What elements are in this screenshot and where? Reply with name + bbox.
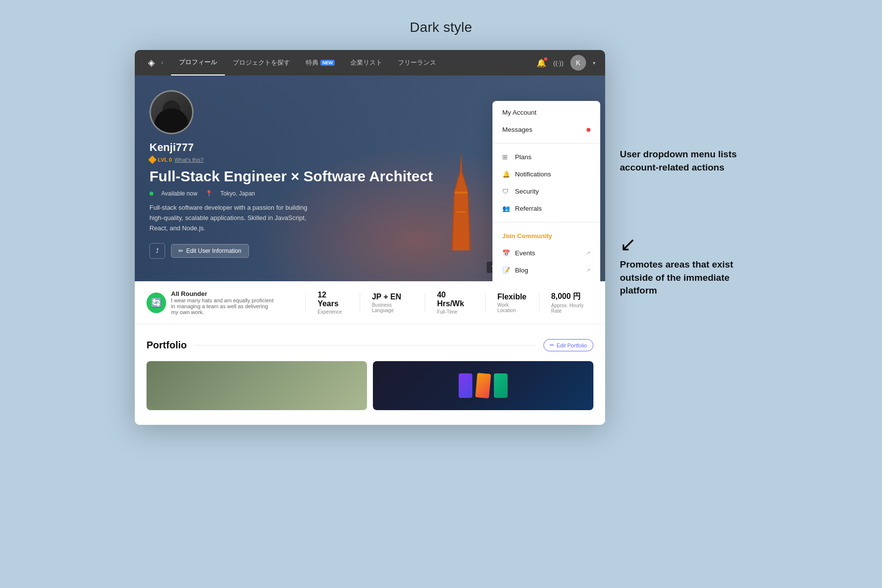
stat-language-label: Business Language xyxy=(372,302,413,313)
dropdown-account-section: My Account Messages xyxy=(492,101,600,141)
edit-portfolio-icon: ✏ xyxy=(550,342,554,348)
portfolio-divider-line xyxy=(195,345,535,345)
plans-icon: ⊞ xyxy=(502,153,510,161)
dropdown-blog[interactable]: 📝 Blog ↗ xyxy=(492,262,600,279)
portfolio-item-1[interactable] xyxy=(147,361,367,410)
notification-bell-btn[interactable]: 🔔 xyxy=(537,58,546,68)
messages-label: Messages xyxy=(502,126,533,133)
stats-divider-2 xyxy=(425,293,425,313)
nav-items: プロフィール プロジェクトを探す 特典 NEW 企業リスト フリーランス xyxy=(171,50,537,75)
stat-hours-label: Full-Time xyxy=(437,309,473,315)
navbar: ◈ › プロフィール プロジェクトを探す 特典 NEW 企業リスト フリーランス… xyxy=(135,50,605,75)
dropdown-divider-1 xyxy=(492,143,600,144)
portfolio-section: Portfolio ✏ Edit Portfolio xyxy=(135,324,605,425)
security-label: Security xyxy=(515,188,539,195)
broadcast-icon: ((·)) xyxy=(553,59,564,67)
role-badge: 🔄 All Rounder I wear many hats and am eq… xyxy=(147,290,274,315)
blog-label: Blog xyxy=(515,267,528,274)
stat-hours-value: 40 Hrs/Wk xyxy=(437,291,473,308)
nav-right: 🔔 ((·)) K ▾ xyxy=(537,55,595,71)
dropdown-referrals[interactable]: 👥 Referrals xyxy=(492,200,600,217)
dropdown-settings-section: ⊞ Plans 🔔 Notifications 🛡 Security � xyxy=(492,146,600,220)
stat-experience-label: Experience xyxy=(318,309,348,315)
edit-icon: ✏ xyxy=(178,247,183,254)
nav-item-freelance[interactable]: フリーランス xyxy=(390,50,444,75)
stats-divider-4 xyxy=(539,293,539,313)
portfolio-header: Portfolio ✏ Edit Portfolio xyxy=(147,339,593,351)
level-badge: LVL 0 What's this? xyxy=(149,157,204,163)
edit-portfolio-label: Edit Portfolio xyxy=(557,343,587,348)
phone-mockup-2 xyxy=(475,373,491,398)
page-title-label: Dark style xyxy=(410,20,472,35)
phone-mockup-3 xyxy=(494,373,508,398)
stat-location-label: Work Location xyxy=(497,302,527,313)
user-profile-avatar xyxy=(149,90,194,134)
messages-unread-dot xyxy=(587,128,590,132)
annotations-panel: User dropdown menu lists account-related… xyxy=(620,50,747,317)
dropdown-notifications[interactable]: 🔔 Notifications xyxy=(492,166,600,183)
dropdown-plans[interactable]: ⊞ Plans xyxy=(492,148,600,166)
role-description: I wear many hats and am equally proficie… xyxy=(171,297,274,315)
nav-logo[interactable]: ◈ xyxy=(145,56,158,70)
avatar-dropdown-chevron[interactable]: ▾ xyxy=(593,60,595,66)
user-dropdown-menu: My Account Messages ⊞ Plans xyxy=(492,101,600,281)
edit-portfolio-button[interactable]: ✏ Edit Portfolio xyxy=(543,339,593,351)
nav-breadcrumb-chevron: › xyxy=(161,59,163,66)
notifications-label: Notifications xyxy=(515,171,551,178)
nav-item-companies[interactable]: 企業リスト xyxy=(343,50,390,75)
dropdown-my-account[interactable]: My Account xyxy=(492,104,600,121)
level-whats-this-link[interactable]: What's this? xyxy=(174,157,204,163)
referrals-label: Referrals xyxy=(515,205,542,212)
share-button[interactable]: ⤴ xyxy=(149,243,165,259)
level-text: LVL 0 xyxy=(158,157,172,163)
annotation-dropdown-text: User dropdown menu lists account-related… xyxy=(620,148,747,174)
events-external-link-icon: ↗ xyxy=(586,250,590,256)
role-icon: 🔄 xyxy=(147,293,166,313)
events-label: Events xyxy=(515,249,535,257)
portfolio-item-2[interactable] xyxy=(373,361,593,410)
referrals-icon: 👥 xyxy=(502,205,510,212)
edit-user-info-button[interactable]: ✏ Edit User Information xyxy=(171,244,249,258)
portfolio-grid xyxy=(147,361,593,410)
stats-divider-1 xyxy=(360,293,360,313)
dropdown-events[interactable]: 📅 Events ↗ xyxy=(492,245,600,262)
stat-rate-value: 8,000 円 xyxy=(551,292,593,302)
level-diamond-icon xyxy=(148,156,157,164)
blog-external-link-icon: ↗ xyxy=(586,267,590,273)
stat-language-value: JP + EN xyxy=(372,293,413,301)
portfolio-title: Portfolio xyxy=(147,340,187,351)
join-community-label: Join Community xyxy=(502,232,552,240)
dropdown-divider-2 xyxy=(492,222,600,222)
stat-location: Flexible Work Location xyxy=(497,293,527,313)
stat-experience: 12 Years Experience xyxy=(318,291,348,315)
my-account-label: My Account xyxy=(502,109,537,116)
dropdown-join-community[interactable]: Join Community xyxy=(492,227,600,245)
hero-description: Full-stack software developer with a pas… xyxy=(149,203,321,233)
notification-dot xyxy=(544,57,547,61)
plans-label: Plans xyxy=(515,153,532,161)
available-dot-icon xyxy=(149,192,153,196)
stat-experience-value: 12 Years xyxy=(318,291,348,308)
dropdown-messages[interactable]: Messages xyxy=(492,121,600,138)
nav-item-profile[interactable]: プロフィール xyxy=(171,50,225,75)
security-icon: 🛡 xyxy=(502,188,510,195)
broadcast-btn[interactable]: ((·)) xyxy=(553,58,564,67)
browser-window: ◈ › プロフィール プロジェクトを探す 特典 NEW 企業リスト フリーランス… xyxy=(135,50,605,425)
role-info: All Rounder I wear many hats and am equa… xyxy=(171,290,274,315)
dropdown-security[interactable]: 🛡 Security xyxy=(492,183,600,200)
blog-icon: 📝 xyxy=(502,267,510,274)
annotation-dropdown: User dropdown menu lists account-related… xyxy=(620,148,747,174)
nav-item-tokuten[interactable]: 特典 NEW xyxy=(298,50,343,75)
location-icon: 📍 xyxy=(205,190,213,197)
notifications-icon: 🔔 xyxy=(502,171,510,178)
hero-section: Kenji777 LVL 0 What's this? Full-Stack E… xyxy=(135,75,605,281)
nav-item-projects[interactable]: プロジェクトを探す xyxy=(225,50,298,75)
role-name: All Rounder xyxy=(171,290,274,297)
stats-divider-0 xyxy=(305,293,306,313)
annotation-community-text: Promotes areas that exist outside of the… xyxy=(620,258,747,297)
user-avatar-btn[interactable]: K xyxy=(570,55,586,71)
dropdown-support[interactable]: 💬 Support ↗ xyxy=(492,279,600,281)
stat-rate-label: Approx. Hourly Rate xyxy=(551,303,593,314)
phone-mockup-1 xyxy=(459,373,472,398)
new-badge: NEW xyxy=(320,60,335,66)
